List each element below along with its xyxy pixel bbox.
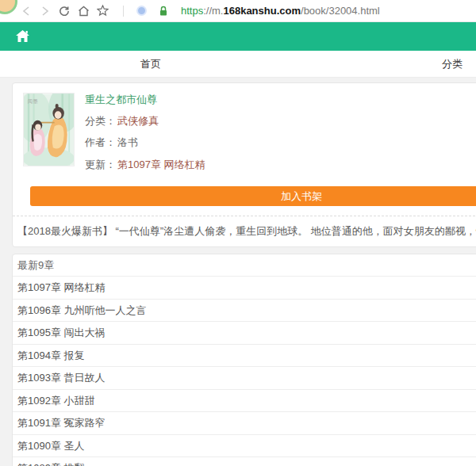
back-icon[interactable] [20,5,33,17]
add-to-shelf-button[interactable]: 加入书架 [30,186,476,206]
site-home-icon[interactable] [16,30,29,43]
url-separator: ://m. [203,5,223,17]
browser-avatar[interactable] [0,0,17,14]
site-indicator-icon[interactable] [136,6,147,16]
latest-chapter-link[interactable]: 第1097章 网络杠精 [117,158,205,172]
url-domain: 168kanshu.com [223,5,301,17]
chapter-list-header: 最新9章 [13,254,476,277]
book-category[interactable]: 武侠修真 [117,114,159,128]
cover-watermark: 阅墨 [28,98,38,105]
chapter-row[interactable]: 第1097章 网络杠精 [13,277,476,300]
chapter-row[interactable]: 第1090章 圣人 [13,435,476,458]
chapter-row[interactable]: 第1089章 推翻 [13,457,476,466]
author-label: 作者： [85,136,116,150]
chapter-row[interactable]: 第1096章 九州听他一人之言 [13,300,476,323]
book-meta: 重生之都市仙尊 分类： 武侠修真 作者： 洛书 更新： 第1097章 网络杠精 [85,93,205,176]
chapter-row[interactable]: 第1091章 冤家路窄 [13,412,476,435]
book-author[interactable]: 洛书 [117,136,138,150]
chapter-row[interactable]: 第1093章 昔日故人 [13,367,476,390]
site-page: 首页 分类 [0,22,476,466]
url-scheme: https [181,5,203,17]
chapter-row[interactable]: 第1092章 小甜甜 [13,390,476,413]
chapter-row[interactable]: 第1095章 闯出大祸 [13,322,476,345]
home-icon[interactable] [77,5,90,17]
category-label: 分类： [85,114,116,128]
url-path: /book/32004.html [301,5,380,17]
forward-icon[interactable] [39,5,52,17]
book-description: 【2018最火爆新书】 “一代仙尊”洛尘遭人偷袭，重生回到地球。 地位普通的他，… [13,216,476,246]
address-bar-url[interactable]: https://m.168kanshu.com/book/32004.html [181,5,380,17]
book-info-card: 阅墨 重生之都市仙尊 分类： 武侠修真 作者： 洛书 更新： [12,82,476,247]
toolbar-divider [123,6,124,17]
site-header [0,22,476,51]
chapter-list-card: 最新9章 第1097章 网络杠精 第1096章 九州听他一人之言 第1095章 … [12,254,476,466]
page-content: 阅墨 重生之都市仙尊 分类： 武侠修真 作者： 洛书 更新： [0,78,476,466]
site-nav: 首页 分类 [0,51,476,78]
book-title[interactable]: 重生之都市仙尊 [85,93,157,107]
bookmark-star-icon[interactable] [96,5,109,17]
chapter-row[interactable]: 第1094章 报复 [13,345,476,368]
nav-tab-home[interactable]: 首页 [0,51,301,77]
browser-toolbar: https://m.168kanshu.com/book/32004.html [0,0,476,22]
refresh-icon[interactable] [58,5,71,17]
book-cover-image[interactable]: 阅墨 [23,93,75,166]
https-padlock-icon[interactable] [157,5,170,17]
update-label: 更新： [85,158,116,172]
screen: https://m.168kanshu.com/book/32004.html … [0,0,476,466]
nav-tab-category[interactable]: 分类 [301,51,476,77]
